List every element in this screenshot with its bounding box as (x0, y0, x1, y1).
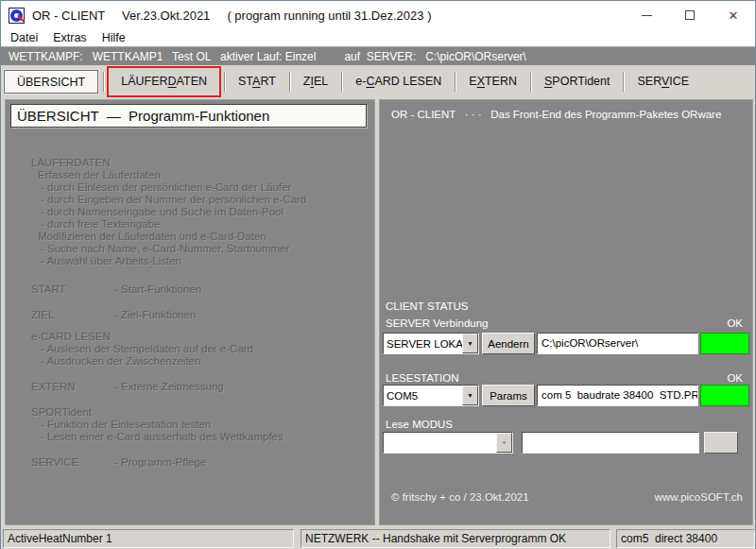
minimize-icon (642, 15, 652, 16)
titlebar: OR - CLIENT Ver.23.Okt.2021 ( program ru… (1, 1, 755, 29)
section-title: LÄUFERDATEN (31, 157, 369, 169)
chevron-down-icon: ▼ (496, 433, 512, 453)
lesestation-combobox[interactable]: COM5 ▼ (383, 385, 479, 406)
section-title: START (31, 283, 114, 296)
section-line: - Ausdrucken der Zwischenzeiten (31, 355, 369, 368)
section-laeuferdaten: LÄUFERDATEN Erfassen der Läuferdaten - d… (31, 157, 369, 267)
section-line: - Funktion der Einlesestation testen (31, 419, 369, 431)
website-link[interactable]: www.picoSOFT.ch (655, 491, 743, 503)
server-combobox-value: SERVER LOKA (384, 338, 462, 350)
menu-datei[interactable]: Datei (3, 29, 45, 46)
tab-separator (623, 72, 624, 92)
section-line: - durch freie Texteingabe (31, 218, 369, 231)
section-ecard: e-CARD LESEN - Auslesen der Stempeldaten… (31, 331, 369, 368)
server-verbindung-label: SERVER Verbindung (386, 317, 488, 329)
section-line: Erfassen der Läuferdaten (31, 169, 369, 181)
section-title: e-CARD LESEN (31, 331, 369, 343)
section-desc: - Ziel-Funktionen (114, 309, 196, 321)
page-title: ÜBERSICHT — Programm-Funktionen (10, 104, 367, 128)
lesestation-settings-field[interactable]: com 5 baudrate 38400 STD.PROT (537, 385, 698, 406)
lese-modus-combobox[interactable]: ▼ (383, 432, 513, 454)
lesestation-ok-label: OK (727, 372, 743, 384)
tab-service[interactable]: SERVICE (625, 70, 701, 94)
lesestation-label: LESESTATION (386, 372, 459, 384)
section-line: - durch Eingeben der Nummer der persönli… (31, 194, 369, 206)
section-line: - durch Namenseingabe und Suche im Daten… (31, 206, 369, 218)
copyright-text: © fritschy + co / 23.Okt.2021 (391, 491, 529, 503)
statusbar-com: com5 direct 38400 (616, 529, 755, 548)
lese-modus-field[interactable] (522, 432, 699, 454)
tab-sportident[interactable]: SPORTident (532, 70, 622, 94)
section-service: SERVICE - Programm-Pflege (31, 456, 369, 469)
server-path-field[interactable]: C:\picOR\ORserver\ (537, 333, 698, 354)
close-button[interactable]: ✕ (712, 1, 755, 29)
tabstrip: ÜBERSICHT LÄUFERDATEN START ZIEL e-CARD … (1, 65, 755, 97)
params-button[interactable]: Params (482, 385, 535, 406)
window-controls: ✕ (625, 1, 755, 29)
section-line: Modifizieren der Läuferdaten und e-Card-… (31, 231, 369, 243)
or-client-window: OR - CLIENT Ver.23.Okt.2021 ( program ru… (0, 0, 756, 549)
tab-separator (224, 72, 225, 92)
close-icon: ✕ (729, 9, 739, 23)
section-desc: - Programm-Pflege (114, 456, 206, 469)
statusbar: ActiveHeatNumber 1 NETZWERK -- Handshake… (1, 527, 755, 549)
section-title: SERVICE (31, 456, 114, 469)
maximize-button[interactable] (668, 1, 712, 29)
statusbar-network: NETZWERK -- Handshake mit Serverprogramm… (301, 529, 610, 548)
competition-bar-text: WETTKAMPF: WETTKAMP1 Test OL aktiver Lau… (9, 50, 526, 63)
section-desc: - Externe Zeitmessung (114, 381, 224, 393)
minimize-button[interactable] (625, 1, 668, 29)
competition-bar: WETTKAMPF: WETTKAMP1 Test OL aktiver Lau… (1, 46, 755, 65)
tab-separator (341, 72, 342, 92)
section-line: - durch Einlesen der persönlichen e-Card… (31, 181, 369, 194)
section-start: START - Start-Funktionen (31, 283, 369, 296)
tab-uebersicht[interactable]: ÜBERSICHT (4, 70, 98, 94)
maximize-icon (685, 10, 695, 20)
server-row: SERVER LOKA ▼ Aendern C:\picOR\ORserver\ (380, 333, 752, 354)
annotation-highlight-laeuferdaten: LÄUFERDATEN (107, 66, 221, 97)
section-title: ZIEL (31, 309, 114, 321)
aendern-button[interactable]: Aendern (482, 333, 535, 354)
tab-start[interactable]: START (226, 70, 288, 94)
menu-extras[interactable]: Extras (45, 29, 94, 46)
tab-ziel[interactable]: ZIEL (291, 70, 340, 94)
chevron-down-icon[interactable]: ▼ (462, 334, 478, 353)
menu-hilfe[interactable]: Hilfe (94, 29, 133, 46)
section-desc: - Start-Funktionen (114, 283, 201, 296)
intro-text: OR - CLIENT · · · Das Front-End des Prog… (391, 109, 721, 120)
client-status-panel: OR - CLIENT · · · Das Front-End des Prog… (379, 99, 753, 525)
lese-modus-label: Lese MODUS (386, 419, 453, 430)
section-line: - Suche nach Name, e-Card-Nummer, Startn… (31, 243, 369, 255)
tab-ecard-lesen[interactable]: e-CARD LESEN (343, 70, 454, 94)
section-line: - Auswahl über Arbeits-Listen (31, 255, 369, 267)
tab-extern[interactable]: EXTERN (456, 70, 529, 94)
section-sportident: SPORTident - Funktion der Einlesestation… (31, 406, 369, 443)
tab-separator (455, 72, 455, 92)
main-area: ÜBERSICHT — Programm-Funktionen LÄUFERDA… (1, 97, 755, 527)
section-extern: EXTERN - Externe Zeitmessung (31, 381, 369, 393)
lesestation-status-indicator (700, 385, 749, 406)
section-ziel: ZIEL - Ziel-Funktionen (31, 309, 369, 321)
tab-separator (103, 72, 104, 92)
tab-laeuferdaten[interactable]: LÄUFERDATEN (112, 75, 216, 88)
statusbar-heat: ActiveHeatNumber 1 (3, 529, 294, 548)
server-combobox[interactable]: SERVER LOKA ▼ (383, 333, 479, 354)
section-line: - Lesen einer e-Card ausserhalb des Wett… (31, 431, 369, 443)
server-status-indicator (700, 333, 749, 354)
server-ok-label: OK (727, 317, 743, 329)
client-status-label: CLIENT STATUS (386, 300, 469, 312)
window-title: OR - CLIENT Ver.23.Okt.2021 ( program ru… (32, 9, 431, 23)
chevron-down-icon[interactable]: ▼ (462, 386, 478, 405)
overview-panel: ÜBERSICHT — Programm-Funktionen LÄUFERDA… (5, 99, 375, 525)
lese-modus-row: ▼ (380, 432, 752, 454)
lese-modus-indicator (704, 432, 738, 454)
section-title: SPORTident (31, 406, 369, 419)
app-icon (9, 8, 25, 24)
tab-separator (289, 72, 290, 92)
menubar: Datei Extras Hilfe (1, 29, 755, 46)
section-title: EXTERN (31, 381, 114, 393)
lesestation-row: COM5 ▼ Params com 5 baudrate 38400 STD.P… (380, 385, 752, 406)
section-line: - Auslesen der Stempeldaten auf der e-Ca… (31, 343, 369, 355)
tab-separator (530, 72, 531, 92)
lesestation-combobox-value: COM5 (384, 390, 462, 402)
